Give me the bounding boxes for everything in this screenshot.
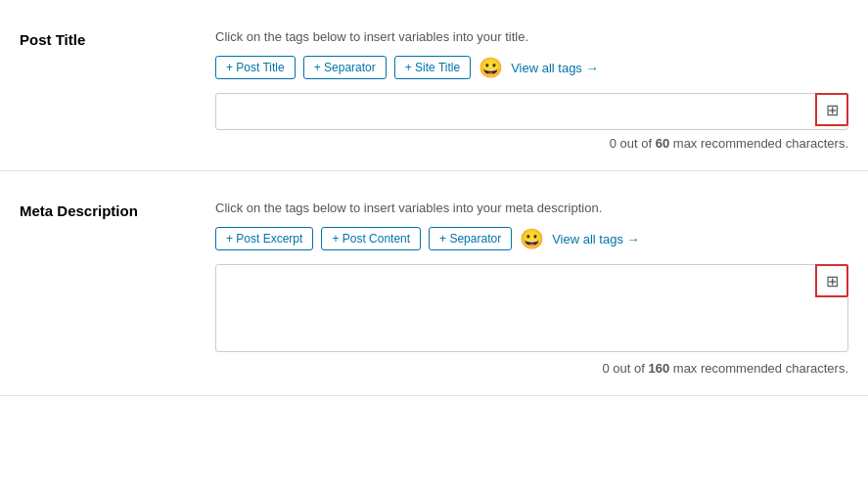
view-all-tags-link[interactable]: View all tags → — [511, 61, 598, 75]
post-title-instruction: Click on the tags below to insert variab… — [215, 29, 848, 44]
meta-description-content: Click on the tags below to insert variab… — [215, 201, 848, 376]
tag-site-title[interactable]: + Site Title — [394, 56, 471, 79]
grid-icon-meta: ⊞ — [826, 272, 839, 291]
meta-description-section: Meta Description Click on the tags below… — [0, 171, 868, 396]
meta-description-input-wrapper: ⊞ — [215, 264, 848, 355]
emoji-picker-icon-meta[interactable]: 😀 — [520, 229, 544, 248]
post-title-char-count: 0 out of 60 max recommended characters. — [215, 136, 848, 151]
post-title-section: Post Title Click on the tags below to in… — [0, 0, 868, 171]
post-title-label: Post Title — [20, 29, 215, 151]
post-title-content: Click on the tags below to insert variab… — [215, 29, 848, 151]
grid-icon: ⊞ — [826, 101, 839, 119]
emoji-picker-icon[interactable]: 😀 — [479, 58, 503, 77]
meta-description-instruction: Click on the tags below to insert variab… — [215, 201, 848, 215]
tag-separator-meta[interactable]: + Separator — [429, 227, 512, 250]
meta-description-label: Meta Description — [20, 201, 215, 376]
meta-description-char-count: 0 out of 160 max recommended characters. — [215, 361, 848, 376]
post-title-icon-button[interactable]: ⊞ — [815, 93, 848, 126]
post-title-input-wrapper: ⊞ — [215, 93, 848, 130]
meta-description-tags-row: + Post Excerpt + Post Content + Separato… — [215, 227, 848, 250]
meta-description-input[interactable] — [215, 264, 848, 352]
view-all-tags-link-meta[interactable]: View all tags → — [552, 232, 639, 246]
meta-description-icon-button[interactable]: ⊞ — [815, 264, 848, 297]
post-title-tags-row: + Post Title + Separator + Site Title 😀 … — [215, 56, 848, 79]
tag-separator[interactable]: + Separator — [303, 56, 387, 79]
tag-post-excerpt[interactable]: + Post Excerpt — [215, 227, 313, 250]
post-title-input[interactable] — [215, 93, 848, 130]
tag-post-title[interactable]: + Post Title — [215, 56, 296, 79]
tag-post-content[interactable]: + Post Content — [321, 227, 421, 250]
